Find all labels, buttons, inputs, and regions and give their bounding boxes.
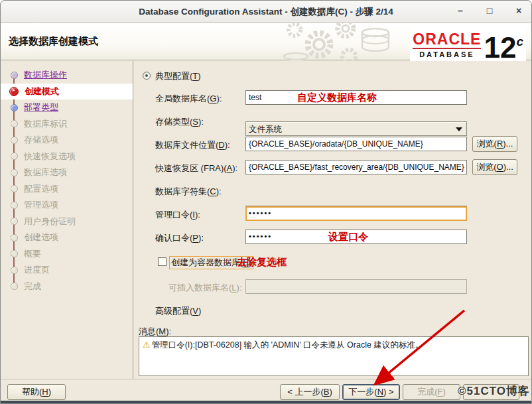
next-button[interactable]: 下一步(N) > [342, 384, 400, 400]
step-dot [11, 250, 18, 257]
watermark: ©51CTO博客 [458, 383, 530, 399]
step-dot [9, 87, 19, 96]
db-file-location-input[interactable]: {ORACLE_BASE}/oradata/{DB_UNIQUE_NAME} [245, 137, 467, 151]
step-dot [11, 137, 18, 144]
footer-divider [1, 379, 531, 379]
title-bar[interactable]: Database Configuration Assistant - 创建数据库… [1, 1, 531, 23]
step-dot [11, 234, 18, 241]
sidebar-step-10: 用户身份证明 [1, 214, 133, 230]
sidebar-step-5: 存储选项 [1, 132, 133, 149]
sidebar-step-8: 配置选项 [1, 181, 133, 198]
sidebar-step-7: 数据库选项 [1, 165, 133, 181]
step-label: 数据库标识 [24, 118, 67, 130]
oracle-database-12c-logo: ORACLE DATABASE 12c [410, 26, 526, 64]
step-label: 创建选项 [24, 232, 58, 243]
charset-label: 数据库字符集(C): [155, 186, 222, 198]
step-label: 数据库选项 [24, 167, 67, 178]
global-db-name-label: 全局数据库名(G): [155, 93, 222, 105]
step-label: 创建模式 [25, 86, 59, 98]
step-sidebar: 数据库操作创建模式部署类型数据库标识存储选项快速恢复选项数据库选项配置选项管理选… [1, 61, 133, 379]
sidebar-step-1[interactable]: 数据库操作 [1, 67, 133, 84]
finish-button: 完成(F) [403, 384, 460, 400]
window-bottom-edge [1, 401, 531, 403]
typical-config-radio[interactable] [143, 72, 151, 80]
step-label: 数据库操作 [24, 69, 67, 81]
step-dot [11, 202, 18, 209]
pdb-name-label: 可插入数据库名(L): [168, 282, 242, 294]
oracle-brand-text: ORACLE [413, 31, 481, 47]
step-dot [11, 218, 18, 225]
storage-type-label: 存储类型(S): [155, 116, 204, 128]
header-banner: 选择数据库创建模式 ORACLE DATABASE 12c [1, 23, 531, 60]
pdb-name-input [245, 279, 467, 294]
annotation-db-name: 自定义数据库名称 [297, 92, 377, 104]
sidebar-step-6: 快速恢复选项 [1, 149, 133, 165]
db-file-location-label: 数据库文件位置(D): [155, 139, 230, 151]
step-dot [11, 153, 18, 160]
sidebar-step-4: 数据库标识 [1, 116, 133, 133]
annotation-uncheck: 去除复选框 [237, 256, 287, 269]
help-button[interactable]: 帮助(H) [7, 384, 66, 400]
admin-password-input[interactable]: •••••• [245, 206, 467, 221]
logo-rule [413, 48, 481, 49]
step-label: 完成 [24, 281, 41, 293]
oracle-sub-text: DATABASE [413, 50, 481, 58]
dbca-window: Database Configuration Assistant - 创建数据库… [0, 0, 532, 404]
step-label: 快速恢复选项 [24, 151, 76, 163]
gears-graphic [283, 23, 402, 60]
window-title: Database Configuration Assistant - 创建数据库… [1, 6, 531, 18]
sidebar-step-14: 完成 [1, 279, 133, 295]
sidebar-step-2[interactable]: 创建模式 [1, 84, 133, 100]
minimize-icon[interactable]: – [454, 5, 466, 17]
maximize-icon[interactable]: □ [484, 5, 496, 17]
storage-type-select[interactable]: 文件系统 [245, 121, 467, 136]
step-label: 进度页 [24, 264, 50, 276]
browse-db-file-button[interactable]: 浏览(R)... [472, 136, 517, 152]
step-label: 管理选项 [24, 199, 58, 211]
browse-fra-button[interactable]: 浏览(O)... [472, 159, 517, 175]
annotation-set-password: 设置口令 [328, 231, 368, 243]
step-label: 配置选项 [24, 183, 58, 195]
step-list: 数据库操作创建模式部署类型数据库标识存储选项快速恢复选项数据库选项配置选项管理选… [1, 67, 133, 295]
fra-label: 快速恢复区 (FRA)(A): [155, 163, 237, 174]
confirm-password-label: 确认口令(P): [155, 232, 204, 244]
step-dot [11, 104, 18, 111]
step-label: 部署类型 [24, 101, 58, 113]
sidebar-step-9: 管理选项 [1, 197, 133, 214]
fra-input[interactable]: {ORACLE_BASE}/fast_recovery_area/{DB_UNI… [245, 160, 467, 174]
step-label: 概要 [24, 248, 41, 260]
step-label: 存储选项 [24, 134, 58, 146]
sidebar-step-11: 创建选项 [1, 230, 133, 246]
step-dot [11, 185, 18, 192]
container-db-checkbox[interactable] [158, 257, 166, 266]
close-icon[interactable]: × [513, 5, 525, 17]
warning-icon: ⚠ [143, 340, 151, 350]
message-box: ⚠管理口令(I):[DBT-06208] 输入的 'ADMIN' 口令未遵从 O… [139, 336, 529, 376]
message-text: 管理口令(I):[DBT-06208] 输入的 'ADMIN' 口令未遵从 Or… [152, 340, 424, 350]
step-label: 用户身份证明 [24, 216, 76, 228]
chevron-down-icon [456, 127, 462, 131]
sidebar-step-3[interactable]: 部署类型 [1, 100, 133, 116]
step-dot [11, 120, 18, 127]
step-dot [11, 283, 18, 290]
page-title: 选择数据库创建模式 [9, 35, 98, 48]
version-12c: 12c [484, 27, 523, 62]
advanced-config-label[interactable]: 高级配置(V) [155, 305, 201, 317]
step-dot [11, 267, 18, 274]
sidebar-step-13: 进度页 [1, 262, 133, 279]
admin-password-label: 管理口令(I): [155, 209, 200, 221]
step-dot [11, 169, 18, 176]
back-button[interactable]: < 上一步(B) [280, 384, 340, 400]
typical-config-label[interactable]: 典型配置(T) [155, 70, 201, 82]
sidebar-step-12: 概要 [1, 246, 133, 263]
step-dot [11, 72, 18, 79]
